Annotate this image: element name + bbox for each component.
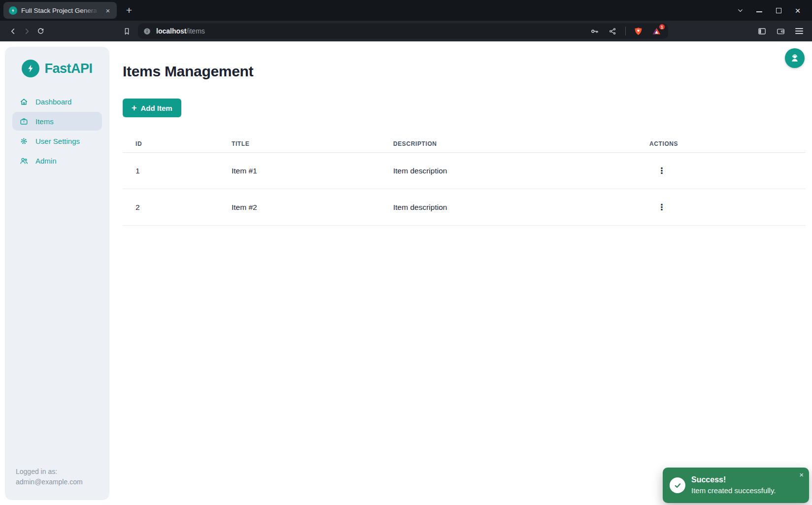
cell-title: Item #2 <box>232 203 393 212</box>
gear-icon <box>19 136 29 146</box>
brave-shields-button[interactable] <box>632 25 644 37</box>
toast-message: Item created successfully. <box>691 485 776 496</box>
sidebar-toggle-button[interactable] <box>756 25 768 37</box>
reload-icon <box>36 27 45 35</box>
column-header-id: ID <box>135 140 232 147</box>
sidebar: FastAPI Dashboard Items User Settings Ad… <box>5 47 109 500</box>
sidebar-item-admin[interactable]: Admin <box>12 151 102 170</box>
key-icon <box>590 27 599 36</box>
column-header-description: DESCRIPTION <box>393 140 649 147</box>
side-panel-icon <box>757 27 767 36</box>
table-row: 1 Item #1 Item description ⋮ <box>123 153 806 189</box>
url-actions: 1 <box>589 25 663 37</box>
cell-id: 2 <box>135 203 232 212</box>
table-row: 2 Item #2 Item description ⋮ <box>123 189 806 226</box>
browser-toolbar: localhost/items 1 <box>0 21 812 41</box>
tab-search-button[interactable] <box>734 4 746 17</box>
sidebar-item-items[interactable]: Items <box>12 112 102 131</box>
add-item-label: Add Item <box>141 104 172 112</box>
sidebar-item-label: User Settings <box>35 137 80 145</box>
toolbar-right-cluster <box>756 25 805 37</box>
tab-bar: Full Stack Project Genera × + × <box>0 0 812 21</box>
share-icon <box>608 27 617 36</box>
chevron-left-icon <box>9 27 17 35</box>
share-button[interactable] <box>607 25 619 37</box>
toolbar-divider <box>625 27 626 35</box>
success-toast: Success! Item created successfully. × <box>663 468 809 503</box>
url-path: /items <box>186 27 204 35</box>
kebab-icon: ⋮ <box>658 203 666 211</box>
column-header-title: TITLE <box>232 140 393 147</box>
briefcase-icon <box>19 117 29 126</box>
sidebar-item-user-settings[interactable]: User Settings <box>12 132 102 150</box>
sidebar-item-label: Admin <box>35 157 57 165</box>
reload-button[interactable] <box>34 24 47 38</box>
add-item-button[interactable]: + Add Item <box>123 99 181 117</box>
browser-tab[interactable]: Full Stack Project Genera × <box>3 2 117 19</box>
site-info-icon[interactable] <box>143 27 151 35</box>
hamburger-icon <box>795 28 803 34</box>
user-avatar-button[interactable] <box>785 48 805 68</box>
sidebar-footer: Logged in as: admin@example.com <box>5 467 109 500</box>
url-bar[interactable]: localhost/items 1 <box>138 23 668 39</box>
bookmarks-button[interactable] <box>120 25 133 37</box>
chevron-down-icon <box>737 7 744 14</box>
row-actions-button[interactable]: ⋮ <box>654 200 669 215</box>
lightning-logo-icon <box>22 60 39 77</box>
fastapi-favicon-icon <box>9 6 17 15</box>
cell-id: 1 <box>135 167 232 175</box>
page-title: Items Management <box>123 63 253 80</box>
passwords-button[interactable] <box>589 25 601 37</box>
logged-in-label: Logged in as: <box>16 467 99 477</box>
sidebar-item-label: Dashboard <box>35 98 71 106</box>
wallet-icon <box>776 27 785 36</box>
plus-icon: + <box>132 103 137 112</box>
home-icon <box>19 97 29 106</box>
maximize-icon <box>776 8 781 13</box>
tab-title: Full Stack Project Genera <box>21 7 99 14</box>
cell-actions: ⋮ <box>649 164 806 178</box>
success-check-icon <box>670 477 685 493</box>
logo-text: FastAPI <box>44 61 92 76</box>
table-header-row: ID TITLE DESCRIPTION ACTIONS <box>123 135 806 153</box>
url-host: localhost <box>156 27 186 35</box>
cell-description: Item description <box>393 203 649 212</box>
notification-badge: 1 <box>658 23 666 31</box>
sidebar-item-dashboard[interactable]: Dashboard <box>12 92 102 111</box>
cell-description: Item description <box>393 167 649 175</box>
logged-in-email: admin@example.com <box>16 477 99 487</box>
bookmark-icon <box>123 27 131 35</box>
items-table: ID TITLE DESCRIPTION ACTIONS 1 Item #1 I… <box>123 135 806 226</box>
window-controls: × <box>734 4 812 17</box>
brave-shield-icon <box>634 27 643 36</box>
url-text: localhost/items <box>156 27 205 35</box>
row-actions-button[interactable]: ⋮ <box>654 164 669 178</box>
maximize-button[interactable] <box>772 4 785 17</box>
toast-text: Success! Item created successfully. <box>691 474 776 496</box>
kebab-icon: ⋮ <box>658 167 666 175</box>
cell-title: Item #1 <box>232 167 393 175</box>
cell-actions: ⋮ <box>649 200 806 215</box>
column-header-actions: ACTIONS <box>649 140 806 147</box>
page-content: FastAPI Dashboard Items User Settings Ad… <box>0 41 812 505</box>
minimize-icon <box>756 11 762 12</box>
window-close-button[interactable]: × <box>791 4 804 17</box>
back-button[interactable] <box>6 24 20 38</box>
wallet-button[interactable] <box>775 25 786 37</box>
minimize-button[interactable] <box>753 4 766 17</box>
user-icon <box>789 53 800 64</box>
users-icon <box>19 156 29 166</box>
sidebar-item-label: Items <box>35 117 54 126</box>
sidebar-nav: Dashboard Items User Settings Admin <box>5 92 109 170</box>
toast-title: Success! <box>691 474 776 485</box>
forward-button[interactable] <box>20 24 34 38</box>
chevron-right-icon <box>23 27 31 35</box>
menu-button[interactable] <box>793 25 805 37</box>
tab-close-button[interactable]: × <box>103 5 113 15</box>
app-logo: FastAPI <box>22 60 92 77</box>
new-tab-button[interactable]: + <box>122 3 136 18</box>
brave-rewards-button[interactable]: 1 <box>650 25 662 37</box>
toast-close-button[interactable]: × <box>799 471 804 478</box>
